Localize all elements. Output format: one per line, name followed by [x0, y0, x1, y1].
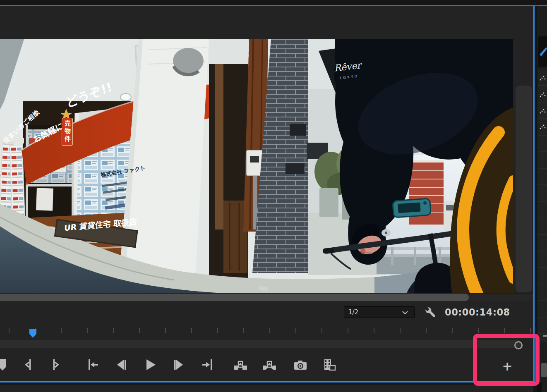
go-to-out-icon — [200, 358, 214, 371]
mark-out-icon — [48, 358, 62, 371]
lift-icon — [233, 358, 247, 371]
horizontal-scrollbar-thumb[interactable] — [0, 294, 469, 301]
playback-resolution-value: 1/2 — [348, 308, 358, 316]
mark-out-button[interactable] — [48, 358, 62, 371]
premiere-program-monitor: 住まいのご相談 お気軽に どうぞ!! 売物件 株式会社 ファクト UR 賃貸住宅… — [0, 0, 547, 392]
chevron-down-icon[interactable] — [402, 311, 408, 314]
video-scene — [0, 39, 513, 293]
wrench-icon — [424, 306, 438, 319]
monitor-time-ruler[interactable] — [0, 328, 533, 337]
play-icon — [143, 358, 157, 371]
pen-tool-icon — [538, 36, 547, 67]
camera-icon — [293, 358, 307, 371]
extract-button[interactable] — [262, 358, 276, 371]
mark-in-icon — [22, 358, 36, 371]
panel-focus-border-top — [0, 5, 547, 6]
clipped-plus-icon — [543, 335, 547, 337]
go-to-in-button[interactable] — [86, 358, 100, 371]
marker-icon — [0, 358, 6, 371]
bike-computer — [393, 198, 431, 218]
zoom-scrollbar[interactable] — [0, 340, 522, 348]
zigzag-glyph-icon — [539, 92, 546, 98]
for-sale-vertical-sign: 売物件 — [62, 118, 73, 146]
add-marker-button[interactable] — [0, 358, 6, 371]
step-back-button[interactable] — [114, 358, 128, 371]
comparison-view-button[interactable] — [322, 358, 336, 371]
annotation-highlight — [473, 334, 540, 386]
step-forward-button[interactable] — [172, 358, 186, 371]
zigzag-glyph-icon — [539, 124, 546, 130]
vertical-scrollbar-thumb[interactable] — [516, 86, 532, 292]
mark-in-button[interactable] — [22, 358, 36, 371]
step-forward-icon — [172, 358, 186, 371]
panel-focus-border-right — [533, 5, 535, 382]
export-frame-button[interactable] — [293, 358, 307, 371]
extract-icon — [262, 358, 276, 371]
right-panel-active-cell[interactable] — [538, 36, 547, 67]
lift-button[interactable] — [233, 358, 247, 371]
right-panel-scroll-thumb[interactable] — [541, 363, 547, 377]
play-button[interactable] — [143, 358, 157, 371]
step-back-icon — [114, 358, 128, 371]
go-to-in-icon — [86, 358, 100, 371]
settings-button[interactable] — [424, 306, 438, 319]
program-monitor-video[interactable]: 住まいのご相談 お気軽に どうぞ!! 売物件 株式会社 ファクト UR 賃貸住宅… — [0, 39, 513, 293]
panel-below-strip — [0, 382, 533, 392]
zigzag-glyph-icon — [539, 108, 546, 114]
window-top-strip — [0, 0, 547, 5]
go-to-out-button[interactable] — [200, 358, 214, 371]
playback-timecode[interactable]: 00:00:14:08 — [445, 307, 515, 318]
zigzag-glyph-icon — [539, 75, 546, 81]
filmstrip-frame-icon — [322, 358, 336, 371]
